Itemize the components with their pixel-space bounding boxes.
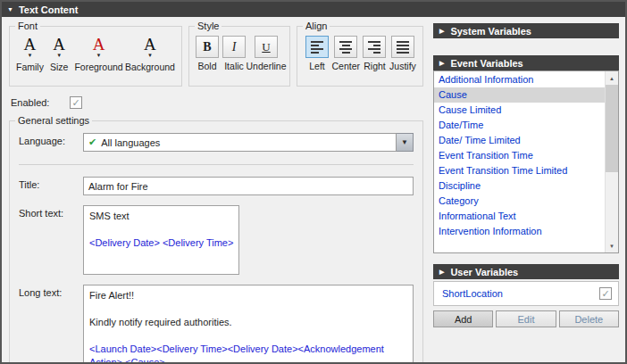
bold-button[interactable]: B Bold: [194, 36, 221, 82]
underline-button[interactable]: U Underline: [247, 36, 285, 82]
font-group-label: Font: [15, 21, 40, 31]
event-variables-list: Additional Information Cause Cause Limit…: [433, 70, 619, 253]
title-input[interactable]: Alarm for Fire: [83, 177, 414, 195]
bold-label: Bold: [197, 61, 216, 71]
short-text-row: Short text: SMS text <Delivery Date> <De…: [19, 205, 414, 275]
event-variables-header[interactable]: ▶ Event Variables: [433, 55, 619, 70]
window-titlebar[interactable]: ▼ Text Content: [2, 2, 625, 17]
short-text-label: Short text:: [19, 205, 83, 275]
language-dropdown-button[interactable]: ▼: [397, 133, 414, 152]
underline-icon: U: [262, 40, 270, 54]
add-button[interactable]: Add: [433, 310, 493, 327]
user-variables-header[interactable]: ▶ User Variables: [433, 264, 619, 279]
list-item[interactable]: Date/Time: [434, 118, 605, 133]
title-row: Title: Alarm for Fire: [19, 177, 414, 195]
long-text-label: Long text:: [19, 285, 83, 362]
chevron-down-icon: ▼: [147, 53, 153, 59]
list-item[interactable]: Date/ Time Limited: [434, 133, 605, 148]
foreground-color-label: Foreground: [74, 62, 122, 72]
align-right-button[interactable]: Right: [361, 36, 388, 82]
edit-button[interactable]: Edit: [496, 310, 556, 327]
language-label: Language:: [19, 133, 83, 152]
chevron-down-icon: ▼: [96, 53, 102, 59]
long-text-line2: Kindly notify required authorities.: [89, 316, 407, 329]
bold-icon: B: [203, 40, 211, 54]
italic-button[interactable]: I Italic: [221, 36, 247, 82]
font-size-button[interactable]: A ▼ Size: [46, 36, 72, 82]
list-item[interactable]: Intervention Information: [434, 224, 605, 239]
language-row: Language: ✔ All languages ▼: [19, 133, 414, 152]
triangle-up-icon: ▲: [609, 76, 614, 81]
user-variable-checkbox[interactable]: ✓: [599, 287, 612, 300]
long-text-input[interactable]: Fire Alert!! Kindly notify required auth…: [83, 285, 414, 362]
align-right-icon: [368, 41, 380, 54]
list-item[interactable]: Cause Limited: [434, 103, 605, 118]
user-variables-list: ShortLocation ✓: [433, 281, 619, 306]
list-item[interactable]: Category: [434, 194, 605, 209]
align-center-button[interactable]: Center: [331, 36, 360, 82]
short-text-input[interactable]: SMS text <Delivery Date> <Delivery Time>: [83, 205, 239, 275]
variables-pane: ▶ System Variables ▶ Event Variables Add…: [431, 17, 625, 362]
scrollbar-track[interactable]: [606, 172, 618, 239]
list-item[interactable]: Event Transition Time Limited: [434, 163, 605, 178]
list-item[interactable]: Informational Text: [434, 209, 605, 224]
list-item-selected[interactable]: Cause: [434, 87, 605, 103]
window-title: Text Content: [19, 4, 78, 15]
align-center-icon: [339, 41, 352, 54]
list-item[interactable]: Additional Information: [434, 72, 605, 87]
user-variables-actions: Add Edit Delete: [433, 310, 619, 327]
align-justify-button[interactable]: Justify: [389, 36, 416, 82]
enabled-row: Enabled: ✓: [11, 96, 423, 109]
font-family-button[interactable]: A ▼ Family: [16, 36, 44, 82]
check-icon: ✓: [601, 289, 609, 299]
general-settings-label: General settings: [15, 115, 92, 126]
align-left-button[interactable]: Left: [304, 36, 330, 82]
long-text-variables: <Launch Date><Delivery Time><Delivery Da…: [89, 343, 407, 362]
system-variables-header[interactable]: ▶ System Variables: [433, 23, 619, 38]
align-group-label: Align: [303, 21, 330, 31]
font-size-icon: A: [53, 36, 65, 53]
italic-icon: I: [232, 40, 237, 54]
scrollbar-thumb[interactable]: [606, 85, 618, 172]
scroll-up-button[interactable]: ▲: [606, 71, 618, 85]
user-variable-row[interactable]: ShortLocation ✓: [436, 284, 616, 303]
vertical-scrollbar[interactable]: ▲ ▼: [605, 71, 618, 252]
foreground-color-button[interactable]: A ▼ Foreground: [74, 36, 122, 82]
font-group: Font A ▼ Family A ▼ Size A: [9, 26, 182, 87]
align-justify-label: Justify: [389, 61, 416, 71]
expand-icon: ▶: [439, 60, 444, 66]
title-value: Alarm for Fire: [88, 181, 148, 192]
user-variable-label: ShortLocation: [442, 288, 503, 299]
long-text-row: Long text: Fire Alert!! Kindly notify re…: [19, 285, 414, 362]
scroll-down-button[interactable]: ▼: [606, 239, 618, 252]
chevron-down-icon: ▼: [56, 53, 62, 59]
font-size-label: Size: [50, 62, 68, 72]
chevron-down-icon: ▼: [27, 53, 32, 59]
collapse-icon: ▼: [7, 6, 13, 12]
align-justify-icon: [397, 41, 409, 54]
editor-pane: Font A ▼ Family A ▼ Size A: [2, 17, 431, 362]
font-family-icon: A: [24, 36, 37, 53]
short-text-variables: <Delivery Date> <Delivery Time>: [89, 236, 233, 250]
list-item[interactable]: Event Transition Time: [434, 148, 605, 163]
font-family-label: Family: [16, 62, 44, 72]
delete-button[interactable]: Delete: [559, 310, 619, 327]
italic-label: Italic: [224, 61, 244, 71]
title-label: Title:: [19, 177, 83, 195]
align-group: Align Left Center Right: [297, 26, 423, 87]
check-icon: ✓: [71, 98, 79, 108]
language-combobox[interactable]: ✔ All languages ▼: [83, 133, 414, 152]
background-color-button[interactable]: A ▼ Background: [125, 36, 175, 82]
align-left-label: Left: [309, 61, 325, 71]
system-variables-title: System Variables: [450, 26, 531, 37]
enabled-checkbox[interactable]: ✓: [70, 96, 82, 109]
formatting-toolbar: Font A ▼ Family A ▼ Size A: [9, 26, 423, 87]
separator-line: [19, 164, 414, 165]
main-area: Font A ▼ Family A ▼ Size A: [2, 17, 625, 362]
list-item[interactable]: Discipline: [434, 178, 605, 194]
expand-icon: ▶: [439, 269, 444, 275]
language-value-field[interactable]: ✔ All languages: [83, 133, 397, 152]
text-content-window: ▼ Text Content Font A ▼ Family A: [0, 0, 627, 364]
expand-icon: ▶: [439, 28, 444, 34]
chevron-down-icon: ▼: [401, 138, 408, 146]
